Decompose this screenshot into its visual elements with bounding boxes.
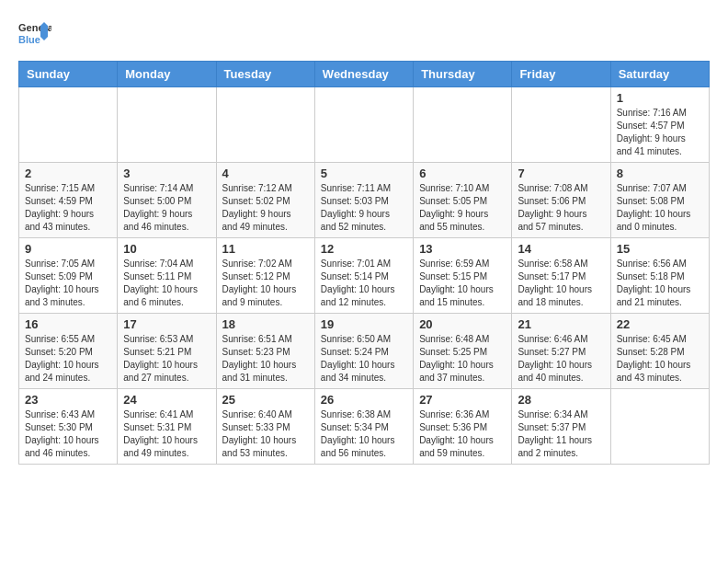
day-number: 25 <box>222 393 309 407</box>
day-info: Sunrise: 7:01 AM Sunset: 5:14 PM Dayligh… <box>321 258 407 309</box>
weekday-header-row: SundayMondayTuesdayWednesdayThursdayFrid… <box>19 62 710 87</box>
day-info: Sunrise: 7:16 AM Sunset: 4:57 PM Dayligh… <box>617 107 703 158</box>
calendar-cell: 4Sunrise: 7:12 AM Sunset: 5:02 PM Daylig… <box>216 163 314 238</box>
svg-text:Blue: Blue <box>18 34 40 45</box>
day-info: Sunrise: 6:38 AM Sunset: 5:34 PM Dayligh… <box>321 408 407 460</box>
day-info: Sunrise: 6:51 AM Sunset: 5:23 PM Dayligh… <box>222 333 309 385</box>
day-info: Sunrise: 6:34 AM Sunset: 5:37 PM Dayligh… <box>518 408 604 460</box>
calendar-cell: 14Sunrise: 6:58 AM Sunset: 5:17 PM Dayli… <box>512 238 610 314</box>
day-info: Sunrise: 7:11 AM Sunset: 5:03 PM Dayligh… <box>321 182 407 234</box>
day-info: Sunrise: 6:53 AM Sunset: 5:21 PM Dayligh… <box>123 333 210 385</box>
day-info: Sunrise: 7:05 AM Sunset: 5:09 PM Dayligh… <box>25 258 111 309</box>
day-number: 26 <box>321 393 407 407</box>
page-header: General Blue <box>18 18 710 52</box>
calendar-cell <box>216 87 314 163</box>
calendar-week-4: 16Sunrise: 6:55 AM Sunset: 5:20 PM Dayli… <box>19 314 710 389</box>
logo-bird-icon: General Blue <box>18 18 51 52</box>
day-info: Sunrise: 6:56 AM Sunset: 5:18 PM Dayligh… <box>617 258 703 309</box>
day-number: 21 <box>518 317 604 331</box>
day-number: 9 <box>25 242 111 256</box>
weekday-header-wednesday: Wednesday <box>314 62 413 87</box>
calendar-week-2: 2Sunrise: 7:15 AM Sunset: 4:59 PM Daylig… <box>19 163 710 238</box>
calendar-cell <box>19 87 118 163</box>
weekday-header-tuesday: Tuesday <box>216 62 314 87</box>
calendar-cell <box>414 87 512 163</box>
calendar-table: SundayMondayTuesdayWednesdayThursdayFrid… <box>18 61 710 465</box>
calendar-cell: 8Sunrise: 7:07 AM Sunset: 5:08 PM Daylig… <box>610 163 709 238</box>
calendar-week-1: 1Sunrise: 7:16 AM Sunset: 4:57 PM Daylig… <box>19 87 710 163</box>
calendar-cell: 3Sunrise: 7:14 AM Sunset: 5:00 PM Daylig… <box>118 163 216 238</box>
day-number: 23 <box>25 393 111 407</box>
day-info: Sunrise: 7:08 AM Sunset: 5:06 PM Dayligh… <box>518 182 604 234</box>
logo-container: General Blue <box>18 18 51 52</box>
day-info: Sunrise: 6:55 AM Sunset: 5:20 PM Dayligh… <box>25 333 111 385</box>
calendar-cell: 11Sunrise: 7:02 AM Sunset: 5:12 PM Dayli… <box>216 238 314 314</box>
calendar-cell: 15Sunrise: 6:56 AM Sunset: 5:18 PM Dayli… <box>610 238 709 314</box>
day-info: Sunrise: 6:45 AM Sunset: 5:28 PM Dayligh… <box>617 333 703 385</box>
calendar-cell: 26Sunrise: 6:38 AM Sunset: 5:34 PM Dayli… <box>314 389 413 465</box>
calendar-cell <box>512 87 610 163</box>
day-number: 20 <box>419 317 506 331</box>
day-number: 22 <box>617 317 703 331</box>
day-number: 16 <box>25 317 111 331</box>
calendar-cell: 6Sunrise: 7:10 AM Sunset: 5:05 PM Daylig… <box>414 163 512 238</box>
weekday-header-monday: Monday <box>118 62 216 87</box>
calendar-cell: 22Sunrise: 6:45 AM Sunset: 5:28 PM Dayli… <box>610 314 709 389</box>
calendar-cell: 25Sunrise: 6:40 AM Sunset: 5:33 PM Dayli… <box>216 389 314 465</box>
day-info: Sunrise: 6:41 AM Sunset: 5:31 PM Dayligh… <box>123 408 210 460</box>
day-info: Sunrise: 6:46 AM Sunset: 5:27 PM Dayligh… <box>518 333 604 385</box>
day-info: Sunrise: 7:02 AM Sunset: 5:12 PM Dayligh… <box>222 258 309 309</box>
calendar-cell: 24Sunrise: 6:41 AM Sunset: 5:31 PM Dayli… <box>118 389 216 465</box>
calendar-cell: 28Sunrise: 6:34 AM Sunset: 5:37 PM Dayli… <box>512 389 610 465</box>
day-info: Sunrise: 6:58 AM Sunset: 5:17 PM Dayligh… <box>518 258 604 309</box>
day-number: 4 <box>222 167 309 180</box>
calendar-cell: 18Sunrise: 6:51 AM Sunset: 5:23 PM Dayli… <box>216 314 314 389</box>
day-info: Sunrise: 6:43 AM Sunset: 5:30 PM Dayligh… <box>25 408 111 460</box>
day-number: 18 <box>222 317 309 331</box>
day-info: Sunrise: 7:07 AM Sunset: 5:08 PM Dayligh… <box>617 182 703 234</box>
day-number: 7 <box>518 167 604 180</box>
day-number: 13 <box>419 242 506 256</box>
calendar-cell: 23Sunrise: 6:43 AM Sunset: 5:30 PM Dayli… <box>19 389 118 465</box>
calendar-cell: 1Sunrise: 7:16 AM Sunset: 4:57 PM Daylig… <box>610 87 709 163</box>
day-info: Sunrise: 6:40 AM Sunset: 5:33 PM Dayligh… <box>222 408 309 460</box>
calendar-cell: 20Sunrise: 6:48 AM Sunset: 5:25 PM Dayli… <box>414 314 512 389</box>
day-info: Sunrise: 6:48 AM Sunset: 5:25 PM Dayligh… <box>419 333 506 385</box>
day-number: 6 <box>419 167 506 180</box>
day-number: 8 <box>617 167 703 180</box>
day-info: Sunrise: 7:10 AM Sunset: 5:05 PM Dayligh… <box>419 182 506 234</box>
day-number: 11 <box>222 242 309 256</box>
day-info: Sunrise: 7:12 AM Sunset: 5:02 PM Dayligh… <box>222 182 309 234</box>
day-info: Sunrise: 7:04 AM Sunset: 5:11 PM Dayligh… <box>123 258 210 309</box>
weekday-header-saturday: Saturday <box>610 62 709 87</box>
day-number: 28 <box>518 393 604 407</box>
day-number: 12 <box>321 242 407 256</box>
day-info: Sunrise: 6:36 AM Sunset: 5:36 PM Dayligh… <box>419 408 506 460</box>
calendar-cell: 27Sunrise: 6:36 AM Sunset: 5:36 PM Dayli… <box>414 389 512 465</box>
day-info: Sunrise: 6:50 AM Sunset: 5:24 PM Dayligh… <box>321 333 407 385</box>
day-number: 5 <box>321 167 407 180</box>
calendar-cell <box>314 87 413 163</box>
calendar-cell: 5Sunrise: 7:11 AM Sunset: 5:03 PM Daylig… <box>314 163 413 238</box>
day-number: 10 <box>123 242 210 256</box>
calendar-week-3: 9Sunrise: 7:05 AM Sunset: 5:09 PM Daylig… <box>19 238 710 314</box>
weekday-header-sunday: Sunday <box>19 62 118 87</box>
weekday-header-thursday: Thursday <box>414 62 512 87</box>
calendar-cell: 2Sunrise: 7:15 AM Sunset: 4:59 PM Daylig… <box>19 163 118 238</box>
calendar-cell: 7Sunrise: 7:08 AM Sunset: 5:06 PM Daylig… <box>512 163 610 238</box>
day-info: Sunrise: 6:59 AM Sunset: 5:15 PM Dayligh… <box>419 258 506 309</box>
calendar-cell: 13Sunrise: 6:59 AM Sunset: 5:15 PM Dayli… <box>414 238 512 314</box>
day-number: 2 <box>25 167 111 180</box>
day-number: 24 <box>123 393 210 407</box>
calendar-cell <box>610 389 709 465</box>
calendar-cell: 9Sunrise: 7:05 AM Sunset: 5:09 PM Daylig… <box>19 238 118 314</box>
calendar-cell: 17Sunrise: 6:53 AM Sunset: 5:21 PM Dayli… <box>118 314 216 389</box>
calendar-cell: 12Sunrise: 7:01 AM Sunset: 5:14 PM Dayli… <box>314 238 413 314</box>
day-info: Sunrise: 7:14 AM Sunset: 5:00 PM Dayligh… <box>123 182 210 234</box>
day-number: 3 <box>123 167 210 180</box>
calendar-week-5: 23Sunrise: 6:43 AM Sunset: 5:30 PM Dayli… <box>19 389 710 465</box>
day-info: Sunrise: 7:15 AM Sunset: 4:59 PM Dayligh… <box>25 182 111 234</box>
calendar-cell: 16Sunrise: 6:55 AM Sunset: 5:20 PM Dayli… <box>19 314 118 389</box>
logo: General Blue <box>18 18 51 52</box>
day-number: 19 <box>321 317 407 331</box>
